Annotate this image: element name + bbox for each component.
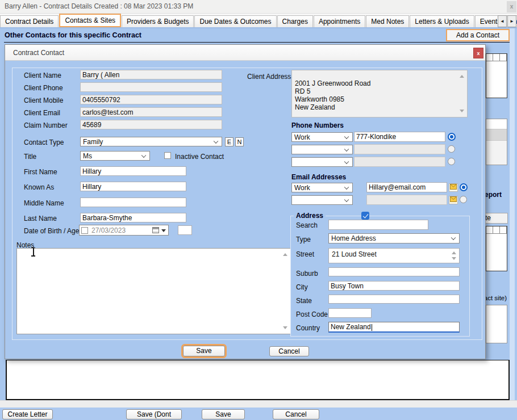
phone-number-input-1[interactable] bbox=[354, 132, 445, 142]
scroll-down-icon[interactable] bbox=[283, 326, 287, 329]
state-label: State bbox=[296, 297, 312, 305]
footer-separator bbox=[0, 400, 517, 408]
street-input[interactable]: 21 Loud Street bbox=[328, 248, 460, 263]
client-name-label: Client Name bbox=[24, 72, 61, 79]
dialog-titlebar[interactable]: Contract Contact x bbox=[5, 45, 485, 61]
age-input[interactable] bbox=[178, 225, 192, 235]
address-type-select[interactable]: Home Address bbox=[328, 233, 460, 243]
footer-cancel-button[interactable]: Cancel bbox=[273, 409, 319, 419]
email-type-select-2[interactable] bbox=[291, 195, 353, 205]
send-email-button-1[interactable] bbox=[449, 183, 458, 192]
title-select[interactable]: Ms bbox=[80, 151, 150, 161]
app-window: Barry Allen - Contract Details Created :… bbox=[0, 0, 517, 420]
calendar-icon[interactable] bbox=[152, 227, 159, 233]
phone-primary-radio-2[interactable] bbox=[448, 145, 455, 153]
tab-contacts-and-sites[interactable]: Contacts & Sites bbox=[59, 14, 121, 27]
city-input[interactable] bbox=[328, 281, 460, 291]
known-as-label: Known As bbox=[24, 183, 54, 191]
suburb-input[interactable] bbox=[328, 267, 460, 276]
tab-charges[interactable]: Charges bbox=[277, 15, 313, 27]
tab-scroll-right-icon[interactable]: ► bbox=[507, 15, 516, 27]
contact-type-select[interactable]: Family bbox=[80, 137, 222, 146]
phone-type-select-3[interactable] bbox=[291, 157, 353, 167]
grid-header bbox=[486, 54, 507, 61]
email-address-input-2[interactable] bbox=[366, 195, 447, 205]
window-close-button[interactable]: x bbox=[507, 1, 516, 12]
client-name-input[interactable] bbox=[80, 70, 222, 79]
phone-type-select-1[interactable]: Work bbox=[291, 132, 353, 142]
client-mobile-input[interactable] bbox=[80, 95, 222, 104]
spinner-up-icon[interactable] bbox=[452, 251, 456, 254]
phone-number-input-3[interactable] bbox=[354, 157, 445, 167]
email-primary-radio-1[interactable] bbox=[460, 183, 468, 191]
post-code-input[interactable] bbox=[328, 308, 372, 318]
tab-med-notes[interactable]: Med Notes bbox=[366, 15, 409, 27]
notes-container bbox=[16, 248, 291, 334]
phone-primary-radio-1[interactable] bbox=[448, 133, 456, 141]
scroll-up-icon[interactable] bbox=[283, 253, 287, 256]
tab-letters-uploads[interactable]: Letters & Uploads bbox=[410, 15, 474, 27]
text-cursor-icon bbox=[30, 247, 36, 257]
email-address-input-1[interactable] bbox=[366, 182, 447, 192]
scroll-up-icon[interactable] bbox=[460, 75, 464, 78]
address-search-input[interactable] bbox=[328, 220, 428, 230]
phone-number-input-2[interactable] bbox=[354, 144, 445, 154]
middle-name-input[interactable] bbox=[80, 198, 186, 207]
tab-appointments[interactable]: Appointments bbox=[314, 15, 365, 27]
inactive-contact-checkbox[interactable] bbox=[164, 152, 171, 159]
client-phone-input[interactable] bbox=[80, 82, 222, 92]
contract-contact-dialog: Contract Contact x Client Name Client Ph… bbox=[5, 44, 486, 359]
footer-save-button[interactable]: Save bbox=[202, 409, 245, 419]
background-sites-grid bbox=[486, 226, 507, 271]
first-name-input[interactable] bbox=[80, 166, 186, 176]
chevron-down-icon bbox=[344, 146, 349, 151]
email-type-select-1[interactable]: Work bbox=[291, 183, 353, 192]
title-value: Ms bbox=[83, 152, 92, 160]
contacts-list-area bbox=[6, 360, 510, 400]
right-margin-strip bbox=[510, 28, 515, 401]
middle-name-label: Middle Name bbox=[24, 199, 64, 207]
phone-type-select-2[interactable] bbox=[291, 145, 353, 154]
notes-textarea[interactable] bbox=[17, 249, 290, 334]
client-email-input[interactable] bbox=[80, 107, 222, 117]
tab-contract-details[interactable]: Contract Details bbox=[0, 15, 59, 27]
state-input[interactable] bbox=[328, 295, 460, 304]
street-label: Street bbox=[296, 250, 314, 258]
dialog-close-button[interactable]: x bbox=[473, 48, 483, 58]
claim-number-label: Claim Number bbox=[24, 121, 68, 129]
tab-scroll-left-icon[interactable]: ◄ bbox=[498, 15, 507, 27]
dialog-title: Contract Contact bbox=[13, 49, 64, 57]
post-code-label: Post Code bbox=[296, 310, 328, 318]
country-label: Country bbox=[296, 324, 320, 332]
scroll-down-icon[interactable] bbox=[460, 110, 464, 112]
create-letter-button[interactable]: Create Letter bbox=[2, 409, 53, 419]
title-label: Title bbox=[24, 153, 36, 161]
send-email-button-2[interactable] bbox=[449, 196, 458, 204]
email-primary-radio-2[interactable] bbox=[460, 196, 467, 203]
dob-checkbox[interactable] bbox=[81, 227, 88, 234]
phone-primary-radio-3[interactable] bbox=[448, 158, 455, 165]
tab-providers-budgets[interactable]: Providers & Budgets bbox=[122, 15, 194, 27]
contact-type-e-button[interactable]: E bbox=[225, 137, 234, 146]
country-input[interactable]: New Zealand bbox=[328, 322, 460, 333]
dialog-cancel-button[interactable]: Cancel bbox=[269, 346, 309, 356]
claim-number-input[interactable] bbox=[80, 120, 222, 129]
last-name-input[interactable] bbox=[80, 213, 186, 222]
client-address-value: 2001 J Greenwood Road RD 5 Warkworth 098… bbox=[295, 79, 370, 111]
address-heading: Address bbox=[294, 212, 326, 220]
country-value: New Zealand bbox=[331, 323, 371, 331]
save-dont-close-button[interactable]: Save (Dont Close) bbox=[126, 409, 182, 419]
known-as-input[interactable] bbox=[80, 182, 186, 191]
background-site-button[interactable]: te bbox=[483, 213, 508, 224]
dropdown-arrow-icon[interactable] bbox=[161, 229, 166, 232]
address-enabled-checkbox[interactable] bbox=[361, 212, 369, 220]
spinner-down-icon[interactable] bbox=[452, 257, 456, 260]
dialog-save-button[interactable]: Save bbox=[183, 346, 225, 356]
address-search-label: Search bbox=[296, 221, 318, 229]
tab-due-dates-outcomes[interactable]: Due Dates & Outcomes bbox=[194, 15, 276, 27]
add-a-contact-button[interactable]: Add a Contact bbox=[446, 29, 510, 41]
email-type-value-1: Work bbox=[294, 184, 310, 192]
contact-type-n-button[interactable]: N bbox=[235, 137, 244, 146]
phone-numbers-heading: Phone Numbers bbox=[291, 121, 344, 129]
dob-datepicker[interactable]: 27/03/2023 bbox=[79, 225, 169, 236]
